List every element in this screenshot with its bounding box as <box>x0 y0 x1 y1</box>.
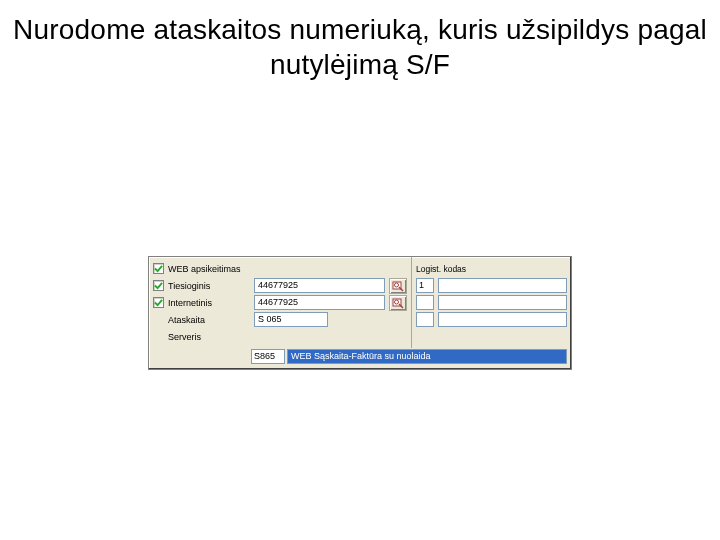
logist-index-3 <box>416 312 434 327</box>
lookup-internet-button[interactable] <box>389 295 407 311</box>
label-report: Ataskaita <box>168 315 250 325</box>
svg-point-1 <box>395 283 399 287</box>
row-logist-1: 1 <box>416 277 567 294</box>
label-direct: Tiesioginis <box>168 281 250 291</box>
logist-index-1: 1 <box>416 278 434 293</box>
right-column: Logist. kodas 1 <box>411 257 571 348</box>
logist-index-2 <box>416 295 434 310</box>
input-report[interactable]: S 065 <box>254 312 328 327</box>
row-direct: Tiesioginis 44677925 <box>153 277 407 294</box>
row-web-exchange: WEB apsikeitimas <box>153 260 407 277</box>
input-internet[interactable]: 44677925 <box>254 295 385 310</box>
label-server: Serveris <box>168 332 250 342</box>
settings-panel: WEB apsikeitimas Tiesioginis 44677925 <box>148 256 572 370</box>
svg-point-3 <box>395 300 399 304</box>
lookup-direct-button[interactable] <box>389 278 407 294</box>
checkbox-internet[interactable] <box>153 297 164 308</box>
row-logist-3 <box>416 311 567 328</box>
row-server: Serveris <box>153 328 407 345</box>
dropdown-row: S865 WEB Sąskaita-Faktūra su nuolaida <box>251 348 567 366</box>
row-logist-2 <box>416 294 567 311</box>
input-logist-2[interactable] <box>438 295 567 310</box>
dropdown-code[interactable]: S865 <box>251 349 285 364</box>
row-internet: Internetinis 44677925 <box>153 294 407 311</box>
input-logist-1[interactable] <box>438 278 567 293</box>
dropdown-selected[interactable]: WEB Sąskaita-Faktūra su nuolaida <box>287 349 567 364</box>
lookup-icon <box>392 297 404 309</box>
checkbox-web-exchange[interactable] <box>153 263 164 274</box>
checkbox-direct[interactable] <box>153 280 164 291</box>
page-title: Nurodome ataskaitos numeriuką, kuris užs… <box>0 12 720 82</box>
label-web-exchange: WEB apsikeitimas <box>168 264 260 274</box>
input-logist-3[interactable] <box>438 312 567 327</box>
left-column: WEB apsikeitimas Tiesioginis 44677925 <box>149 257 411 348</box>
lookup-icon <box>392 280 404 292</box>
input-direct[interactable]: 44677925 <box>254 278 385 293</box>
row-report: Ataskaita S 065 <box>153 311 407 328</box>
label-internet: Internetinis <box>168 298 250 308</box>
row-logist-header: Logist. kodas <box>416 260 567 277</box>
label-logist: Logist. kodas <box>416 264 494 274</box>
